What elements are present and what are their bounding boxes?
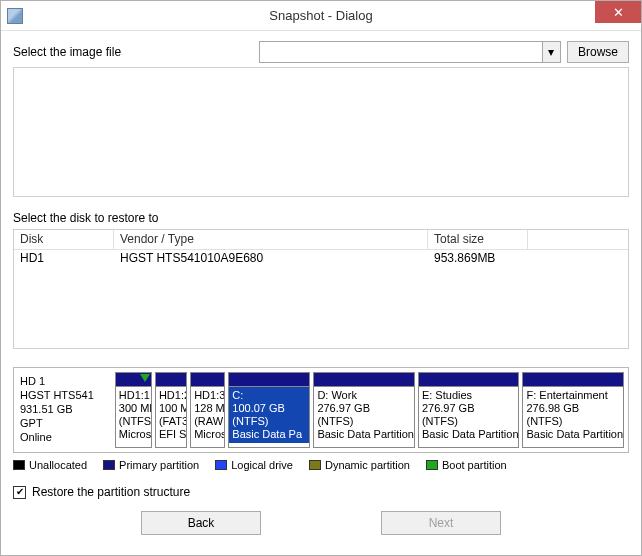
part-line4: Microso (119, 428, 148, 441)
next-button[interactable]: Next (381, 511, 501, 535)
part-line1: HD1:1 I (119, 389, 148, 402)
part-line3: (NTFS) (526, 415, 620, 428)
part-line3: (RAW (194, 415, 221, 428)
legend-dynamic: Dynamic partition (325, 459, 410, 471)
partition-0[interactable]: HD1:1 I300 ME(NTFS)Microso (115, 372, 152, 448)
image-file-combobox[interactable]: ▾ (259, 41, 561, 63)
part-line2: 100 M (159, 402, 183, 415)
swatch-primary (103, 460, 115, 470)
col-disk[interactable]: Disk (14, 230, 114, 249)
partition-4[interactable]: D: Work276.97 GB(NTFS)Basic Data Partiti… (313, 372, 415, 448)
back-button[interactable]: Back (141, 511, 261, 535)
partition-1[interactable]: HD1:2100 M(FAT3EFI Sy (155, 372, 187, 448)
partition-body: HD1:3128 M(RAWMicros (191, 387, 224, 443)
partition-bar (314, 373, 414, 387)
part-line4: Basic Data Partition (422, 428, 516, 441)
legend-primary: Primary partition (119, 459, 199, 471)
part-line4: Basic Data Partition (317, 428, 411, 441)
swatch-dynamic (309, 460, 321, 470)
partition-bar (523, 373, 623, 387)
partition-bar (229, 373, 309, 387)
part-line1: E: Studies (422, 389, 516, 402)
partition-body: F: Entertainment276.98 GB(NTFS)Basic Dat… (523, 387, 623, 443)
image-preview-panel (13, 67, 629, 197)
cell-size: 953.869MB (428, 250, 528, 268)
partition-bar (191, 373, 224, 387)
select-image-label: Select the image file (13, 45, 253, 59)
part-line3: (NTFS) (422, 415, 516, 428)
legend-boot: Boot partition (442, 459, 507, 471)
part-line3: (FAT3 (159, 415, 183, 428)
part-line2: 128 M (194, 402, 221, 415)
col-vendor[interactable]: Vendor / Type (114, 230, 428, 249)
legend-unallocated: Unallocated (29, 459, 87, 471)
part-line2: 300 ME (119, 402, 148, 415)
partition-bar (116, 373, 151, 387)
part-line3: (NTFS) (119, 415, 148, 428)
browse-button[interactable]: Browse (567, 41, 629, 63)
col-size[interactable]: Total size (428, 230, 528, 249)
legend: Unallocated Primary partition Logical dr… (13, 459, 629, 471)
part-line4: Basic Data Partition (526, 428, 620, 441)
part-line1: HD1:3 (194, 389, 221, 402)
partition-body: C:100.07 GB(NTFS)Basic Data Pa (229, 387, 309, 443)
cell-vendor: HGST HTS541010A9E680 (114, 250, 428, 268)
app-icon (7, 8, 23, 24)
partition-bar (419, 373, 519, 387)
partition-5[interactable]: E: Studies276.97 GB(NTFS)Basic Data Part… (418, 372, 520, 448)
disk-table[interactable]: Disk Vendor / Type Total size HD1 HGST H… (13, 229, 629, 349)
part-line1: C: (232, 389, 306, 402)
restore-structure-label: Restore the partition structure (32, 485, 190, 499)
part-line1: D: Work (317, 389, 411, 402)
part-line1: F: Entertainment (526, 389, 620, 402)
swatch-unallocated (13, 460, 25, 470)
part-line1: HD1:2 (159, 389, 183, 402)
part-line3: (NTFS) (232, 415, 306, 428)
partition-body: HD1:2100 M(FAT3EFI Sy (156, 387, 186, 443)
disk-summary: HD 1 HGST HTS541 931.51 GB GPT Online (18, 372, 112, 448)
titlebar: Snapshot - Dialog ✕ (1, 1, 641, 31)
disk-table-header: Disk Vendor / Type Total size (14, 230, 628, 250)
close-icon: ✕ (613, 5, 624, 20)
partition-3[interactable]: C:100.07 GB(NTFS)Basic Data Pa (228, 372, 310, 448)
partition-body: HD1:1 I300 ME(NTFS)Microso (116, 387, 151, 443)
part-line4: Basic Data Pa (232, 428, 306, 441)
partition-body: D: Work276.97 GB(NTFS)Basic Data Partiti… (314, 387, 414, 443)
part-line4: Micros (194, 428, 221, 441)
part-line4: EFI Sy (159, 428, 183, 441)
window-title: Snapshot - Dialog (1, 8, 641, 23)
cell-disk: HD1 (14, 250, 114, 268)
legend-logical: Logical drive (231, 459, 293, 471)
select-disk-label: Select the disk to restore to (13, 211, 629, 225)
part-line2: 276.98 GB (526, 402, 620, 415)
partition-panel: HD 1 HGST HTS541 931.51 GB GPT Online HD… (13, 367, 629, 453)
chevron-down-icon: ▾ (542, 42, 560, 62)
table-row[interactable]: HD1 HGST HTS541010A9E680 953.869MB (14, 250, 628, 268)
partition-bar (156, 373, 186, 387)
col-extra[interactable] (528, 230, 628, 249)
partition-6[interactable]: F: Entertainment276.98 GB(NTFS)Basic Dat… (522, 372, 624, 448)
restore-structure-checkbox[interactable]: ✔ (13, 486, 26, 499)
part-line2: 100.07 GB (232, 402, 306, 415)
part-line2: 276.97 GB (317, 402, 411, 415)
part-line3: (NTFS) (317, 415, 411, 428)
part-line2: 276.97 GB (422, 402, 516, 415)
close-button[interactable]: ✕ (595, 1, 641, 23)
swatch-boot (426, 460, 438, 470)
partition-body: E: Studies276.97 GB(NTFS)Basic Data Part… (419, 387, 519, 443)
swatch-logical (215, 460, 227, 470)
partition-2[interactable]: HD1:3128 M(RAWMicros (190, 372, 225, 448)
